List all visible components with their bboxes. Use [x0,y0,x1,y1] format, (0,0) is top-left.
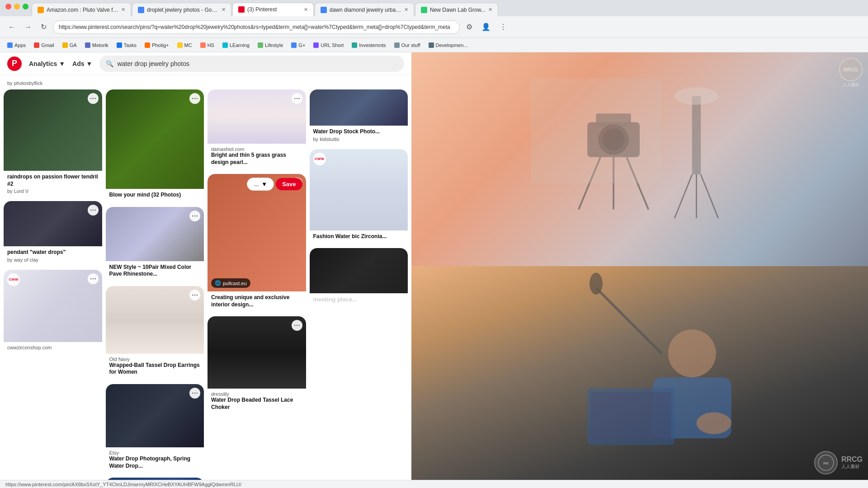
pin-card[interactable]: raindrops on passion flower tendril #2 b… [4,89,102,197]
ads-nav[interactable]: Ads ▼ [72,60,92,67]
pin-more-icon[interactable]: ⋯ [292,320,302,331]
pin-card[interactable]: Water Drop Stock Photo... by kidstudio [310,89,408,145]
browser-tab[interactable]: Amazon.com : Pluto Valve fo... ✕ [32,3,131,16]
svg-line-13 [596,288,661,353]
close-button[interactable] [5,4,11,9]
url-bar[interactable]: https://www.pinterest.com/search/pins/?q… [53,20,460,34]
status-bar: https://www.pinterest.com/pin/AX8bxSXxtY… [0,480,868,488]
status-url: https://www.pinterest.com/pin/AX8bxSXxtY… [5,482,241,487]
tab-close-icon[interactable]: ✕ [304,7,308,13]
analytics-nav[interactable]: Analytics ▼ [29,60,65,67]
bookmarks-container: Apps Gmail GA Metorik Tasks Photig+ MC H… [4,42,472,49]
window-controls [2,1,32,12]
reload-button[interactable]: ↻ [38,21,49,33]
pinterest-content[interactable]: by photosbyflick raindrops on passion fl… [0,75,411,480]
extensions-button[interactable]: ⚙ [463,21,475,33]
pin-card[interactable]: Old Navy Wrapped-Ball Tassel Drop Earrin… [106,286,204,380]
pin-card[interactable]: pendant "water drops" by way of clay ⋯ [4,201,102,266]
pin-title: pendant "water drops" [7,249,99,256]
pin-info: dresslily Water Drop Beaded Tassel Lace … [208,389,306,415]
bookmark-item[interactable]: LEarning [219,42,253,49]
tab-close-icon[interactable]: ✕ [404,7,408,13]
pin-card[interactable]: dainashiol.com Bright and thin 5 grass g… [208,89,306,170]
forward-button[interactable]: → [22,21,34,33]
bookmark-favicon [117,42,122,48]
pin-more-icon[interactable]: ⋯ [88,205,99,216]
bookmark-item[interactable]: Apps [4,42,29,49]
pin-more-icon[interactable]: ⋯ [88,273,99,284]
bookmark-item[interactable]: Our stuff [391,42,424,49]
search-icon: 🔍 [106,60,113,67]
bookmark-favicon [222,42,228,48]
browser-tab[interactable]: droplet jewlery photos - Goog... ✕ [132,3,231,16]
bookmark-item[interactable]: Developmen... [425,42,472,49]
bookmark-item[interactable]: URL Short [310,42,347,49]
pin-card[interactable]: CWW cwwzirconshop.com ⋯ [4,270,102,354]
pin-card[interactable]: meeting place... [310,248,408,308]
studio-svg [411,52,868,266]
tab-favicon [138,7,144,13]
bookmark-item[interactable]: Gmail [30,42,58,49]
pin-card[interactable]: NEW Style ~ 10Pair Mixed Color Pave Rhin… [106,207,204,282]
back-button[interactable]: ← [5,21,18,33]
bookmark-item[interactable]: Metorik [81,42,112,49]
browser-tab[interactable]: New Dawn Lab Grow... ✕ [415,3,498,16]
bookmark-item[interactable]: GA [59,42,80,49]
pinterest-logo[interactable]: P [7,56,22,71]
pin-more-icon[interactable]: ⋯ [189,290,200,300]
tab-title: Amazon.com : Pluto Valve fo... [47,7,118,13]
maximize-button[interactable] [23,4,28,9]
pin-card[interactable] [106,478,204,480]
save-button[interactable]: Save [276,178,302,190]
minimize-button[interactable] [14,4,20,9]
rrcg-watermark-bottom: RR RRCG 人人素材 [814,451,863,474]
bookmark-favicon [394,42,400,48]
pin-more-icon[interactable]: ⋯ [292,93,302,104]
bookmark-item[interactable]: Lifestyle [254,42,287,49]
bookmark-label: Developmen... [436,42,468,48]
bookmark-favicon [7,42,13,48]
pin-more-icon[interactable]: ⋯ [189,211,200,221]
bookmark-label: LEarning [230,42,250,48]
board-dropdown[interactable]: ... ▼ [247,178,274,191]
pin-card[interactable]: CWW Fashion Water bic Zirconia... [310,149,408,245]
bookmark-item[interactable]: Photig+ [141,42,173,49]
camera-panel: RRCG 人人素材 [411,52,868,480]
menu-button[interactable]: ⋮ [497,21,509,33]
bookmark-favicon [62,42,68,48]
bookmark-favicon [85,42,90,48]
bookmark-label: Gmail [41,42,54,48]
bookmark-item[interactable]: G+ [288,42,309,49]
pin-card[interactable]: Blow your mind (32 Photos) ⋯ [106,89,204,203]
by-photosbyflick: by photosbyflick [4,79,408,89]
search-bar[interactable]: 🔍 water drop jewelry photos [99,56,404,72]
pin-more-icon[interactable]: ⋯ [189,388,200,399]
bookmark-label: URL Short [321,42,344,48]
bookmark-item[interactable]: Investemnts [348,42,389,49]
tab-title: New Dawn Lab Grow... [430,7,486,13]
tab-close-icon[interactable]: ✕ [488,7,492,13]
tab-close-icon[interactable]: ✕ [121,7,125,13]
svg-rect-18 [591,392,671,440]
camera-top: RRCG 人人素材 [411,52,868,266]
pin-card[interactable]: dresslily Water Drop Beaded Tassel Lace … [208,316,306,415]
bookmark-item[interactable]: HS [197,42,218,49]
tab-close-icon[interactable]: ✕ [222,7,226,13]
pin-more-icon[interactable]: ⋯ [88,93,99,104]
pin-water-art-card[interactable]: ... ▼ Save 🌐 pullcast.eu [208,174,306,313]
bookmark-item[interactable]: Tasks [113,42,140,49]
pin-info: dainashiol.com Bright and thin 5 grass g… [208,144,306,170]
pin-title: Water Drop Stock Photo... [313,128,405,136]
pin-more-icon[interactable]: ⋯ [189,93,200,104]
bookmark-favicon [258,42,263,48]
pin-title: Bright and thin 5 grass grass design pea… [211,152,302,166]
pin-info: Fashion Water bic Zirconia... [310,230,408,245]
browser-tab[interactable]: (3) Pinterest ✕ [232,3,314,16]
pin-info: Blow your mind (32 Photos) [106,189,204,203]
pin-title: Blow your mind (32 Photos) [109,192,201,199]
pin-card[interactable]: Etsy Water Drop Photograph, Spring Water… [106,384,204,474]
browser-tab[interactable]: dawn diamond jewelry urban... ✕ [315,3,414,16]
bookmark-item[interactable]: MC [174,42,196,49]
profile-button[interactable]: 👤 [479,21,493,33]
masonry-col-3: dainashiol.com Bright and thin 5 grass g… [208,89,306,480]
